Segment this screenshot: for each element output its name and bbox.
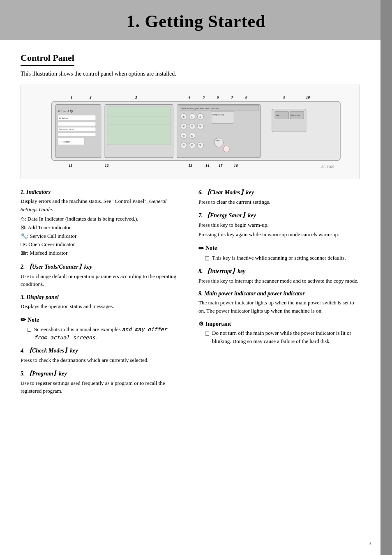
indicator-list: ◇: Data In Indicator (indicates data is … [21,215,182,258]
item-clear-modes: 6. 【Clear Modes】key Press to clear the c… [198,189,360,206]
item-main-power-title: 9. Main power indicator and power indica… [198,290,360,297]
svg-text:3: 3 [135,95,137,99]
svg-rect-18 [58,133,95,136]
svg-text:15: 15 [219,164,223,168]
important-power-body: ❑ Do not turn off the main power while t… [198,329,360,345]
item-check-modes-title: 4. 【Check Modes】key [21,347,182,355]
item-check-modes-body: Press to check the destinations which ar… [21,356,182,364]
indicator-open-cover: □•: Open Cover indicator [21,240,182,249]
svg-text:On: On [276,114,280,117]
note-icon-2: ✏ [198,244,204,252]
note-inactive: ✏ Note ❑ This key is inactive while scan… [198,244,360,262]
svg-text:10: 10 [306,95,310,99]
svg-text:13: 13 [188,164,192,168]
section-title: Control Panel [21,53,74,66]
item-display-panel: 3. Display panel Displays the operation … [21,294,182,311]
indicator-add-toner: ⊠: Add Toner indicator [21,223,182,232]
note-screenshots-body: ❑ Screenshots in this manual are example… [21,325,182,341]
page-title: 1. Getting Started [0,12,392,31]
item-program-body: Use to register settings used frequently… [21,379,182,395]
svg-text:6: 6 [217,95,219,99]
item-user-tools-body: Use to change default or operation param… [21,272,182,288]
item-main-power-body: The main power indicator lights up when … [198,299,360,315]
svg-text:⑤: ⑤ [191,124,193,128]
svg-text:5: 5 [203,95,205,99]
svg-text:④: ④ [191,115,193,119]
item-main-power: 9. Main power indicator and power indica… [198,290,360,315]
item-user-tools: 2. 【User Tools/Counter】key Use to change… [21,263,182,288]
note-icon: ✏ [21,316,26,324]
svg-text:4: 4 [188,95,190,99]
important-power-title: ⚙ Important [198,320,360,327]
svg-text:8: 8 [245,95,247,99]
svg-rect-22 [107,107,171,145]
page-number: 3 [369,540,372,547]
item-indicators-body: Display errors and the machine status. S… [21,197,182,213]
svg-point-60 [223,146,229,152]
svg-text:AGH002S: AGH002S [321,165,334,169]
diagram-svg: 1 2 3 4 5 6 7 8 9 10 ⊕ ↑ ⇒ ↺ ⏻ ⊕ Select … [25,88,355,175]
svg-text:1: 1 [71,95,73,99]
svg-text:⑦: ⑦ [182,143,185,147]
svg-text:⑤: ⑤ [199,115,201,119]
control-panel-diagram: 1 2 3 4 5 6 7 8 9 10 ⊕ ↑ ⇒ ↺ ⏻ ⊕ Select … [21,85,360,179]
svg-text:7: 7 [231,95,233,99]
item-clear-modes-body: Press to clear the current settings. [198,198,360,206]
important-power: ⚙ Important ❑ Do not turn off the main p… [198,320,360,345]
svg-text:Dup   Comb  Prog  Job  Auto  S: Dup Comb Prog Job Auto Sort Zoom Aut [181,107,219,110]
note-inactive-body: ❑ This key is inactive while scanning or… [198,254,360,262]
svg-text:2: 2 [89,95,92,99]
svg-rect-15 [58,122,95,126]
item-clear-modes-title: 6. 【Clear Modes】key [198,189,360,196]
important-icon: ⚙ [198,320,204,327]
svg-text:16: 16 [234,164,238,168]
svg-text:Sample Copy: Sample Copy [212,113,224,116]
svg-text:⊕ ↑ ⇒ ↺ ⏻: ⊕ ↑ ⇒ ↺ ⏻ [58,109,72,113]
intro-text: This illustration shows the control pane… [21,71,360,77]
svg-text:①: ① [182,115,185,119]
item-display-panel-title: 3. Display panel [21,294,182,301]
item-display-panel-body: Displays the operation status and messag… [21,302,182,311]
indicator-misfeed: ⊠r: Misfeed indicator [21,249,182,258]
item-interrupt-title: 8. 【Interrupt】key [198,268,360,275]
indicator-data-in: ◇: Data In Indicator (indicates data is … [21,215,182,223]
svg-text:⑧: ⑧ [191,134,193,138]
note-screenshots-title: ✏ Note [21,316,182,324]
item-user-tools-title: 2. 【User Tools/Counter】key [21,263,182,271]
svg-text:④: ④ [182,124,185,128]
svg-text:9: 9 [283,95,285,99]
item-energy-saver: 7. 【Energy Saver】key Press this key to b… [198,212,360,239]
page-header: 1. Getting Started [0,0,392,40]
note-screenshots: ✏ Note ❑ Screenshots in this manual are … [21,316,182,341]
svg-text:Main Pwr: Main Pwr [291,114,300,117]
svg-text:⑨: ⑨ [199,143,201,147]
svg-text:Document Send: Document Send [59,128,74,131]
svg-text:⊕ Select: ⊕ Select [59,117,68,120]
right-bar-decoration [380,0,392,555]
svg-text:⑦: ⑦ [182,134,185,138]
item-energy-saver-body: Press this key to begin warm-up. [198,221,360,229]
item-interrupt: 8. 【Interrupt】key Press this key to inte… [198,268,360,285]
item-interrupt-body: Press this key to interrupt the scanner … [198,277,360,285]
checkbox-icon-3: ❑ [205,330,210,337]
left-column: 1. 1. IndicatorsIndicators Display error… [21,189,182,401]
checkbox-icon: ❑ [27,326,32,334]
svg-text:12: 12 [105,164,109,168]
item-energy-saver-body2: Pressing this key again while in warm-up… [198,230,360,239]
note-inactive-title: ✏ Note [198,244,360,252]
svg-text:Start: Start [216,139,221,142]
two-column-content: 1. 1. IndicatorsIndicators Display error… [21,189,360,401]
right-column: 6. 【Clear Modes】key Press to clear the c… [198,189,360,401]
indicator-service-call: 🔧: Service Call indicator [21,232,182,241]
svg-text:11: 11 [69,164,72,168]
item-indicators-title: 1. 1. IndicatorsIndicators [21,189,182,196]
checkbox-icon-2: ❑ [205,255,210,262]
item-program: 5. 【Program】key Use to register settings… [21,370,182,395]
item-program-title: 5. 【Program】key [21,370,182,378]
svg-text:⇡ Counter: ⇡ Counter [59,140,70,143]
svg-text:14: 14 [205,164,210,168]
item-check-modes: 4. 【Check Modes】key Press to check the d… [21,347,182,364]
item-energy-saver-title: 7. 【Energy Saver】key [198,212,360,219]
svg-text:⑧: ⑧ [191,143,193,147]
svg-text:⑥: ⑥ [199,124,201,128]
